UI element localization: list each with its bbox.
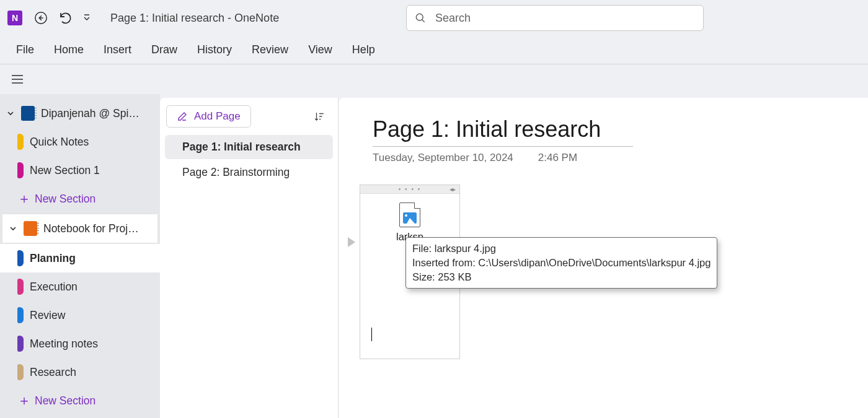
notebook-icon: [21, 106, 35, 121]
menu-view[interactable]: View: [298, 38, 342, 61]
drag-dots-icon: • • • •: [399, 186, 421, 193]
page-list-toolbar: Add Page: [160, 98, 338, 134]
chevron-down-icon: [83, 14, 91, 22]
section-color-tab: [17, 307, 24, 323]
page-title-block[interactable]: Page 1: Initial research Tuesday, Septem…: [373, 116, 633, 164]
section-color-tab: [17, 162, 24, 178]
sort-icon: [314, 111, 325, 122]
section-label: New Section 1: [30, 164, 100, 177]
add-page-button[interactable]: Add Page: [166, 105, 251, 128]
file-image-icon: [399, 202, 420, 227]
section-label: Quick Notes: [30, 136, 89, 149]
attachment-tooltip: File: larkspur 4.jpg Inserted from: C:\U…: [405, 237, 717, 289]
outline-collapse-handle[interactable]: [346, 234, 357, 250]
section-meeting-notes[interactable]: Meeting notes: [0, 329, 160, 358]
page-list-pane: Add Page Page 1: Initial research Page 2…: [160, 98, 339, 418]
section-planning[interactable]: Planning: [0, 244, 160, 272]
arrow-left-icon: [34, 11, 48, 25]
menu-review[interactable]: Review: [242, 38, 298, 61]
chevron-right-icon: [347, 236, 356, 248]
back-button[interactable]: [29, 6, 53, 30]
title-bar: N Page 1: Initial research - OneNote: [0, 0, 868, 36]
menu-help[interactable]: Help: [342, 38, 385, 61]
undo-icon: [58, 11, 73, 25]
add-page-label: Add Page: [194, 110, 241, 123]
page-time: 2:46 PM: [538, 152, 577, 164]
section-color-tab: [17, 134, 24, 150]
search-input[interactable]: [435, 12, 696, 25]
plus-icon: ＋: [17, 391, 29, 410]
page-item[interactable]: Page 2: Brainstorming: [165, 160, 333, 185]
menu-history[interactable]: History: [187, 38, 242, 61]
new-section-label: New Section: [35, 394, 95, 407]
menu-bar: File Home Insert Draw History Review Vie…: [0, 36, 868, 64]
new-section-button[interactable]: ＋ New Section: [0, 185, 160, 213]
chevron-down-icon: [6, 110, 15, 117]
page-date: Tuesday, September 10, 2024: [373, 152, 513, 164]
notebook-sidebar: Dipanjenah @ Spiral... Quick Notes New S…: [0, 94, 160, 418]
page-item[interactable]: Page 1: Initial research: [165, 135, 333, 159]
container-grip[interactable]: • • • • ◂▸: [360, 185, 459, 194]
notebook-card: Notebook for Project A: [2, 214, 157, 243]
section-label: Planning: [30, 252, 76, 265]
section-color-tab: [17, 250, 24, 266]
menu-draw[interactable]: Draw: [141, 38, 187, 61]
section-new-section-1[interactable]: New Section 1: [0, 156, 160, 185]
sort-pages-button[interactable]: [311, 108, 328, 125]
section-execution[interactable]: Execution: [0, 272, 160, 301]
search-icon: [414, 12, 427, 24]
text-cursor: [371, 328, 372, 341]
plus-icon: ＋: [17, 189, 29, 208]
page-meta: Tuesday, September 10, 2024 2:46 PM: [373, 152, 633, 164]
notebook-name: Notebook for Project A: [43, 222, 143, 235]
section-color-tab: [17, 364, 24, 380]
notebook-header[interactable]: Dipanjenah @ Spiral...: [0, 99, 160, 128]
new-section-button[interactable]: ＋ New Section: [0, 386, 160, 415]
section-label: Research: [30, 366, 76, 379]
tooltip-line: File: larkspur 4.jpg: [412, 242, 711, 256]
window-title: Page 1: Initial research - OneNote: [110, 12, 279, 25]
ribbon-collapsed-bar: [0, 64, 868, 94]
resize-handle-icon[interactable]: ◂▸: [450, 186, 456, 193]
hamburger-icon: [11, 74, 24, 84]
menu-insert[interactable]: Insert: [94, 38, 141, 61]
qat-customize-button[interactable]: [78, 6, 95, 30]
menu-home[interactable]: Home: [44, 38, 94, 61]
undo-button[interactable]: [53, 6, 78, 30]
notebook-icon: [24, 221, 37, 236]
page-title[interactable]: Page 1: Initial research: [373, 116, 633, 147]
svg-point-1: [416, 14, 423, 20]
section-label: Review: [30, 309, 65, 322]
section-label: Meeting notes: [30, 337, 98, 351]
section-color-tab: [17, 279, 24, 295]
tooltip-line: Inserted from: C:\Users\dipan\OneDrive\D…: [412, 256, 711, 270]
page-canvas[interactable]: Page 1: Initial research Tuesday, Septem…: [339, 98, 868, 418]
section-label: Execution: [30, 281, 78, 294]
notebook-name: Dipanjenah @ Spiral...: [41, 107, 140, 120]
section-quick-notes[interactable]: Quick Notes: [0, 128, 160, 156]
section-color-tab: [17, 336, 24, 352]
app-icon: N: [7, 11, 22, 25]
menu-file[interactable]: File: [6, 38, 44, 61]
main-area: Dipanjenah @ Spiral... Quick Notes New S…: [0, 94, 868, 418]
navigation-toggle-button[interactable]: [5, 67, 30, 92]
section-research[interactable]: Research: [0, 358, 160, 386]
search-box[interactable]: [406, 5, 704, 31]
tooltip-line: Size: 253 KB: [412, 270, 711, 284]
compose-icon: [177, 111, 188, 122]
chevron-down-icon: [9, 225, 17, 232]
new-section-label: New Section: [35, 193, 95, 206]
section-review[interactable]: Review: [0, 301, 160, 329]
notebook-header[interactable]: Notebook for Project A: [2, 214, 157, 243]
